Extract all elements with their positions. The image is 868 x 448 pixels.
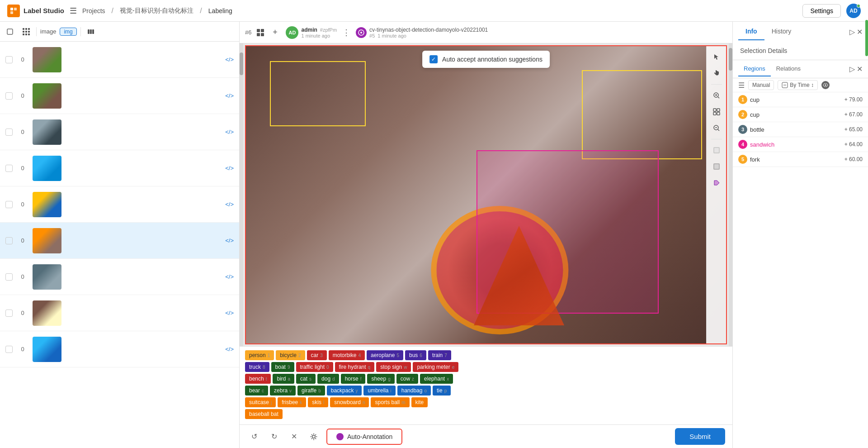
label-boat[interactable]: boat9 xyxy=(271,362,294,372)
redo-button[interactable]: ↻ xyxy=(267,429,281,444)
label-backpack[interactable]: backpacky xyxy=(327,386,362,396)
label-baseball-bat[interactable]: baseball bat xyxy=(245,409,283,419)
row-code-icon[interactable]: </> xyxy=(225,56,234,63)
label-stop-sign[interactable]: stop signw xyxy=(376,362,411,372)
list-item[interactable]: 0 </> xyxy=(0,331,239,367)
row-code-icon[interactable]: </> xyxy=(225,129,234,135)
label-aeroplane[interactable]: aeroplane5 xyxy=(367,350,403,360)
nav-projects[interactable]: Projects xyxy=(82,7,105,14)
contrast-tool[interactable] xyxy=(709,159,724,174)
label-bench[interactable]: bencht xyxy=(245,374,271,384)
row-code-icon[interactable]: </> xyxy=(225,165,234,172)
label-bus[interactable]: bus6 xyxy=(405,350,426,360)
region-item-4[interactable]: 4 sandwich + 64.00 xyxy=(733,137,868,152)
label-cow[interactable]: cowz xyxy=(396,374,418,384)
hamburger-icon[interactable]: ☰ xyxy=(70,6,77,16)
zoom-fit-tool[interactable] xyxy=(709,105,724,119)
row-checkbox[interactable] xyxy=(5,310,13,317)
submit-button[interactable]: Submit xyxy=(675,428,725,445)
row-checkbox[interactable] xyxy=(5,237,13,244)
row-code-icon[interactable]: </> xyxy=(225,237,234,244)
row-code-icon[interactable]: </> xyxy=(225,201,234,208)
label-giraffe[interactable]: giraffeb xyxy=(297,386,325,396)
vertical-scrollbar[interactable] xyxy=(729,43,732,346)
label-fire-hydrant[interactable]: fire hydrantq xyxy=(335,362,375,372)
row-code-icon[interactable]: </> xyxy=(225,346,234,353)
label-snowboard[interactable]: snowboardn xyxy=(330,397,369,407)
region-item-3[interactable]: 3 bottle + 65.00 xyxy=(733,122,868,137)
list-item[interactable]: 0 </> xyxy=(0,259,239,295)
label-traffic-light[interactable]: traffic light0 xyxy=(296,362,333,372)
tab-relations[interactable]: Relations xyxy=(771,62,806,76)
vertical-scrollbar-left[interactable] xyxy=(240,43,243,346)
list-item[interactable]: 0 </> xyxy=(0,150,239,186)
hand-tool[interactable] xyxy=(709,66,724,81)
grid-view-btn[interactable] xyxy=(20,25,33,38)
auto-annotation-button[interactable]: Auto-Annotation xyxy=(326,429,402,445)
region-item-5[interactable]: 5 fork + 60.00 xyxy=(733,152,868,167)
zoom-in-tool[interactable] xyxy=(709,88,724,103)
image-canvas[interactable]: ✓ Auto accept annotation suggestions xyxy=(245,45,727,344)
list-item[interactable]: 0 </> xyxy=(0,114,239,150)
row-checkbox[interactable] xyxy=(5,346,13,353)
label-dog[interactable]: dogd xyxy=(317,374,339,384)
label-suitcase[interactable]: suitcasej xyxy=(245,397,276,407)
row-checkbox[interactable] xyxy=(5,92,13,100)
label-tie[interactable]: tiep xyxy=(433,386,451,396)
region-item-2[interactable]: 2 cup + 67.00 xyxy=(733,107,868,122)
label-bird[interactable]: birda xyxy=(273,374,294,384)
add-button[interactable]: + xyxy=(269,27,280,38)
row-code-icon[interactable]: </> xyxy=(225,273,234,280)
region-item-1[interactable]: 1 cup + 79.00 xyxy=(733,92,868,107)
grid-icon[interactable] xyxy=(257,29,264,36)
suggestion-checkbox[interactable]: ✓ xyxy=(429,55,438,63)
undo-button[interactable]: ↺ xyxy=(247,429,261,444)
list-item[interactable]: 0 </> xyxy=(0,186,239,223)
nav-project-name[interactable]: 视觉-目标识别-自动化标注 xyxy=(120,7,193,15)
label-truck[interactable]: truck8 xyxy=(245,362,269,372)
time-sort-button[interactable]: By Time ↕ xyxy=(778,80,818,90)
label-bear[interactable]: bearc xyxy=(245,386,268,396)
tab-info[interactable]: Info xyxy=(738,23,764,40)
label-car[interactable]: car3 xyxy=(307,350,327,360)
label-parking-meter[interactable]: parking metere xyxy=(413,362,458,372)
label-skis[interactable]: skisl xyxy=(308,397,328,407)
row-checkbox[interactable] xyxy=(5,129,13,136)
more-button[interactable]: ⋮ xyxy=(342,28,350,38)
label-sports-ball[interactable]: sports ballm xyxy=(371,397,409,407)
row-checkbox[interactable] xyxy=(5,56,13,63)
label-person[interactable]: person1 xyxy=(245,350,274,360)
label-cat[interactable]: cats xyxy=(296,374,316,384)
tab-regions[interactable]: Regions xyxy=(738,62,771,76)
visibility-toggle[interactable] xyxy=(821,81,830,89)
label-kite[interactable]: kite xyxy=(411,397,428,407)
row-code-icon[interactable]: </> xyxy=(225,310,234,316)
row-checkbox[interactable] xyxy=(5,201,13,208)
label-zebra[interactable]: zebrav xyxy=(270,386,296,396)
columns-icon[interactable] xyxy=(85,25,97,38)
label-horse[interactable]: horsef xyxy=(341,374,366,384)
zoom-out-tool[interactable] xyxy=(709,121,724,135)
regions-close-icon[interactable]: ✕ xyxy=(857,65,863,73)
regions-expand-icon[interactable]: ▷ xyxy=(849,65,855,73)
label-train[interactable]: train7 xyxy=(428,350,451,360)
row-code-icon[interactable]: </> xyxy=(225,92,234,99)
list-item[interactable]: 0 </> xyxy=(0,42,239,78)
row-checkbox[interactable] xyxy=(5,165,13,172)
settings-tool-button[interactable] xyxy=(307,429,321,444)
list-item[interactable]: 0 </> xyxy=(0,78,239,114)
manual-sort-button[interactable]: Manual xyxy=(748,80,774,90)
label-handbag[interactable]: handbago xyxy=(397,386,431,396)
settings-button[interactable]: Settings xyxy=(802,4,841,18)
select-tool[interactable] xyxy=(709,50,724,64)
brightness-tool[interactable] xyxy=(709,143,724,157)
list-item[interactable]: 0 </> xyxy=(0,295,239,331)
label-motorbike[interactable]: motorbike4 xyxy=(329,350,365,360)
row-checkbox[interactable] xyxy=(5,273,13,281)
tab-history[interactable]: History xyxy=(764,23,799,40)
close-button[interactable]: ✕ xyxy=(287,429,301,444)
close-panel-icon[interactable]: ✕ xyxy=(857,28,863,36)
label-umbrella[interactable]: umbrellai xyxy=(363,386,395,396)
list-item[interactable]: 0 </> xyxy=(0,223,239,259)
expand-icon[interactable]: ▷ xyxy=(849,28,855,36)
